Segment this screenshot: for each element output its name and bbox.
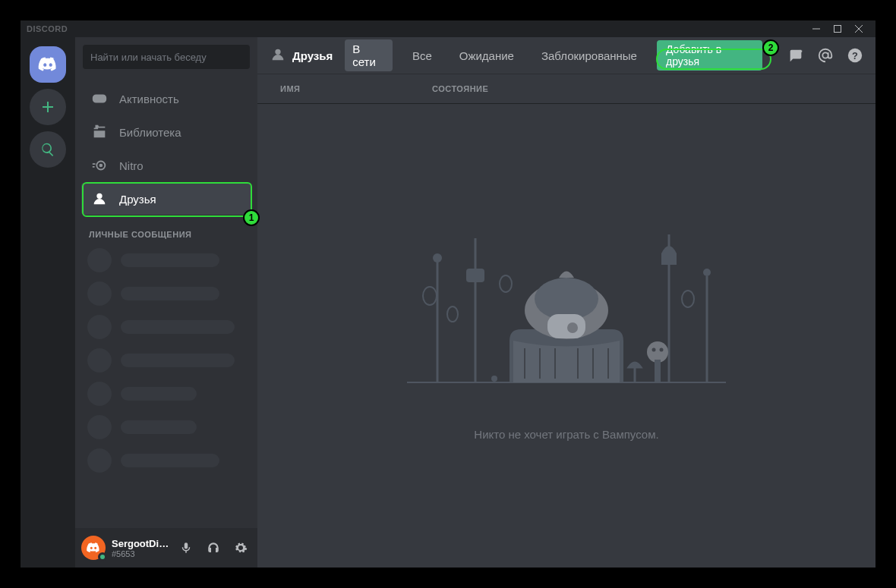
tab-blocked[interactable]: Заблокированные: [534, 46, 645, 65]
nav-label: Активность: [119, 93, 179, 105]
friends-icon: [90, 190, 109, 207]
user-avatar[interactable]: [81, 536, 106, 560]
svg-point-29: [567, 322, 578, 333]
home-button[interactable]: [30, 46, 66, 83]
svg-point-19: [682, 291, 694, 307]
dm-placeholder: [75, 410, 257, 444]
mentions-button[interactable]: [816, 46, 834, 64]
dm-section-header: ЛИЧНЫЕ СООБЩЕНИЯ: [75, 216, 257, 244]
minimize-button[interactable]: [806, 20, 827, 37]
svg-text:?: ?: [852, 50, 858, 61]
svg-point-33: [660, 348, 664, 352]
wumpus-illustration: [407, 231, 726, 405]
svg-point-9: [433, 253, 442, 263]
svg-point-32: [652, 348, 656, 352]
friends-icon: [270, 46, 286, 65]
empty-text: Никто не хочет играть с Вампусом.: [474, 428, 658, 441]
add-friend-button[interactable]: Добавить в друзья: [657, 40, 762, 71]
dm-placeholder: [75, 377, 257, 410]
svg-point-17: [447, 307, 458, 322]
nav-label: Nitro: [119, 159, 144, 172]
nav-activity[interactable]: Активность: [81, 83, 251, 115]
search-placeholder: Найти или начать беседу: [90, 52, 207, 63]
user-panel: SergootDis... #5653: [75, 528, 257, 568]
svg-rect-31: [655, 360, 661, 382]
app-title: DISCORD: [27, 24, 68, 33]
nav-label: Библиотека: [119, 126, 181, 139]
maximize-button[interactable]: [827, 20, 848, 37]
nav-friends[interactable]: Друзья: [81, 183, 251, 215]
svg-point-34: [491, 376, 497, 382]
search-input[interactable]: Найти или начать беседу: [83, 45, 250, 69]
tab-online[interactable]: В сети: [345, 39, 393, 71]
message-plus-icon: [787, 47, 804, 64]
topbar: Друзья В сети Все Ожидание Заблокированн…: [257, 37, 875, 74]
svg-point-27: [535, 278, 598, 320]
status-dot-online: [98, 552, 107, 561]
deafen-button[interactable]: [203, 537, 224, 558]
col-status: СОСТОЯНИЕ: [432, 84, 488, 93]
nitro-icon: [90, 157, 109, 174]
svg-point-30: [647, 341, 668, 363]
tab-all[interactable]: Все: [405, 46, 440, 65]
nav-library[interactable]: Библиотека: [81, 116, 251, 148]
dm-placeholder: [75, 344, 257, 377]
at-icon: [817, 47, 834, 64]
main-panel: Друзья В сети Все Ожидание Заблокированн…: [257, 37, 875, 568]
column-headers: ИМЯ СОСТОЯНИЕ: [257, 74, 875, 104]
page-title-text: Друзья: [292, 49, 333, 62]
dm-placeholder: [75, 444, 257, 477]
nav-label: Друзья: [119, 193, 156, 206]
tab-pending[interactable]: Ожидание: [452, 46, 522, 65]
library-icon: [90, 124, 109, 140]
user-tag: #5653: [112, 549, 169, 558]
dm-placeholders: [75, 244, 257, 477]
svg-point-14: [703, 269, 711, 276]
guild-rail: [21, 37, 75, 568]
page-title: Друзья: [270, 46, 333, 65]
close-button[interactable]: [848, 20, 869, 37]
new-group-dm-button[interactable]: [787, 46, 804, 64]
svg-point-16: [423, 287, 437, 305]
headphones-icon: [207, 541, 220, 555]
discord-logo-icon: [37, 54, 58, 75]
search-icon: [40, 142, 55, 157]
mute-button[interactable]: [175, 537, 197, 558]
user-name: SergootDis...: [112, 538, 169, 549]
dm-placeholder: [75, 277, 257, 310]
nav-nitro[interactable]: Nitro: [81, 149, 251, 181]
help-icon: ?: [847, 47, 863, 64]
dm-placeholder: [75, 244, 257, 277]
svg-rect-1: [834, 26, 841, 33]
settings-button[interactable]: [230, 537, 251, 558]
svg-rect-11: [466, 269, 484, 282]
channel-panel: Найти или начать беседу Активность Библи…: [75, 37, 257, 568]
plus-icon: [39, 98, 57, 116]
dm-placeholder: [75, 310, 257, 344]
svg-point-5: [99, 164, 103, 168]
server-discovery-button[interactable]: [30, 131, 66, 168]
window-titlebar: DISCORD: [21, 20, 875, 37]
gamepad-icon: [90, 90, 109, 107]
gear-icon: [234, 541, 248, 555]
add-server-button[interactable]: [30, 89, 66, 125]
col-name: ИМЯ: [280, 84, 432, 93]
microphone-icon: [179, 541, 193, 555]
svg-rect-28: [547, 314, 585, 338]
empty-state: Никто не хочет играть с Вампусом.: [257, 104, 875, 568]
help-button[interactable]: ?: [846, 46, 863, 64]
svg-point-18: [500, 275, 512, 292]
